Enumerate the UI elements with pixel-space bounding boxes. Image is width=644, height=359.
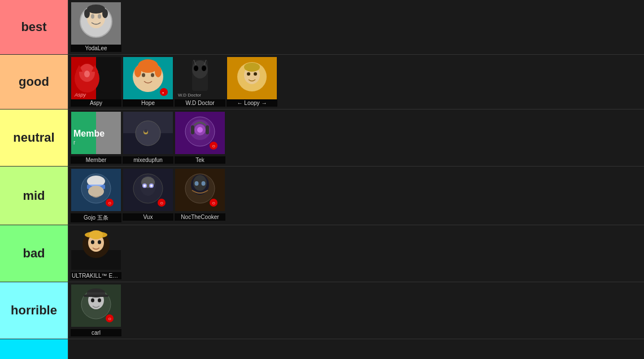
list-item[interactable]: mixedupfun — [123, 112, 173, 164]
svg-rect-9 — [96, 57, 121, 99]
svg-point-19 — [134, 66, 141, 77]
tier-items-best: YodaLee — [68, 0, 644, 54]
svg-point-71 — [143, 185, 146, 187]
svg-point-38 — [254, 72, 257, 76]
tier-row-good: good Aspy — [0, 55, 644, 110]
svg-text:Aspy: Aspy — [74, 92, 86, 98]
avatar — [227, 57, 277, 99]
tier-items-bad: ULTRAKILL™ Entha — [68, 225, 644, 282]
list-item[interactable]: Aspy Aspy — [71, 57, 121, 107]
tier-row-best: best — [0, 0, 644, 55]
tier-label-shit: shit — [0, 339, 68, 359]
svg-point-7 — [102, 9, 108, 18]
tier-row-mid: mid ○ — [0, 167, 644, 225]
svg-point-79 — [195, 181, 199, 186]
avatar: ○ — [71, 284, 121, 329]
avatar — [71, 227, 121, 272]
svg-point-72 — [150, 185, 153, 187]
list-item[interactable]: ○ carl — [71, 284, 121, 336]
tier-row-shit: shit — [0, 339, 644, 359]
svg-text:○: ○ — [160, 200, 163, 206]
svg-point-4 — [98, 14, 101, 19]
svg-text:○: ○ — [212, 143, 215, 149]
list-item[interactable]: ○ NocTheCooker — [175, 169, 225, 221]
list-item[interactable]: ULTRAKILL™ Entha — [71, 227, 121, 279]
svg-point-29 — [202, 65, 206, 71]
list-item[interactable]: ← Loopy → — [227, 57, 277, 107]
svg-text:W.D Doctor: W.D Doctor — [178, 93, 201, 98]
svg-point-98 — [98, 299, 101, 303]
list-item[interactable]: Membe r Member — [71, 112, 121, 164]
item-name: Gojo 五条 — [71, 213, 121, 222]
avatar — [71, 2, 121, 45]
avatar: - — [123, 57, 173, 99]
item-name: Vux — [123, 213, 173, 221]
tier-label-best: best — [0, 0, 68, 54]
avatar: ○ — [71, 169, 121, 213]
tier-label-neutral: neutral — [0, 110, 68, 166]
tier-items-mid: ○ Gojo 五条 — [68, 167, 644, 225]
svg-rect-53 — [206, 125, 209, 134]
tier-label-horrible: horrible — [0, 282, 68, 339]
list-item[interactable]: W.D Doctor W.D Doctor — [175, 57, 225, 107]
tier-row-horrible: horrible — [0, 282, 644, 339]
tier-row-bad: bad — [0, 225, 644, 282]
svg-point-97 — [91, 299, 94, 303]
item-name: Hope — [123, 99, 173, 107]
tier-label-good: good — [0, 55, 68, 109]
tier-table: best — [0, 0, 644, 359]
item-name: ← Loopy → — [227, 99, 277, 107]
item-name: Aspy — [71, 99, 121, 107]
list-item[interactable]: ○ Gojo 五条 — [71, 169, 121, 222]
avatar: W.D Doctor — [175, 57, 225, 99]
item-name: NocTheCooker — [175, 213, 225, 221]
svg-point-28 — [194, 65, 198, 71]
svg-point-80 — [202, 181, 206, 186]
svg-text:-: - — [162, 89, 164, 95]
tier-row-neutral: neutral Membe r Member — [0, 110, 644, 167]
svg-point-48 — [144, 129, 147, 133]
svg-point-3 — [91, 14, 94, 19]
item-name: Tek — [175, 156, 225, 164]
item-name: mixedupfun — [123, 156, 173, 164]
avatar: ○ — [175, 169, 225, 213]
svg-point-62 — [88, 186, 104, 197]
svg-point-6 — [84, 9, 90, 18]
list-item[interactable]: ○ Vux — [123, 169, 173, 221]
svg-point-20 — [155, 66, 162, 77]
item-name: ULTRAKILL™ Entha — [71, 272, 121, 279]
avatar: ○ — [123, 169, 173, 213]
svg-rect-96 — [84, 295, 108, 297]
svg-point-89 — [91, 240, 94, 244]
svg-text:○: ○ — [108, 316, 111, 322]
tier-label-bad: bad — [0, 225, 68, 282]
tier-items-horrible: ○ carl — [68, 282, 644, 339]
svg-rect-52 — [191, 125, 194, 134]
item-name: W.D Doctor — [175, 99, 225, 107]
svg-point-55 — [197, 127, 203, 133]
svg-text:Membe: Membe — [73, 129, 105, 138]
avatar: Membe r — [71, 112, 121, 156]
list-item[interactable]: ○ Tek — [175, 112, 225, 164]
avatar: Aspy — [71, 57, 121, 99]
tier-items-shit — [68, 339, 644, 359]
avatar — [123, 112, 173, 156]
tier-items-neutral: Membe r Member — [68, 110, 644, 166]
tier-label-mid: mid — [0, 167, 68, 225]
svg-point-37 — [247, 72, 250, 76]
svg-point-22 — [151, 73, 154, 77]
tier-items-good: Aspy Aspy — [68, 55, 644, 109]
svg-point-21 — [142, 73, 145, 77]
avatar: ○ — [175, 112, 225, 156]
svg-text:○: ○ — [212, 200, 215, 206]
item-name: Member — [71, 156, 121, 164]
svg-text:○: ○ — [108, 200, 111, 206]
svg-point-36 — [244, 63, 260, 72]
svg-point-46 — [136, 121, 160, 146]
list-item[interactable]: YodaLee — [71, 2, 121, 52]
item-name: YodaLee — [71, 45, 121, 52]
svg-point-5 — [87, 5, 105, 14]
list-item[interactable]: - Hope — [123, 57, 173, 107]
item-name: carl — [71, 329, 121, 336]
svg-point-14 — [84, 71, 90, 77]
